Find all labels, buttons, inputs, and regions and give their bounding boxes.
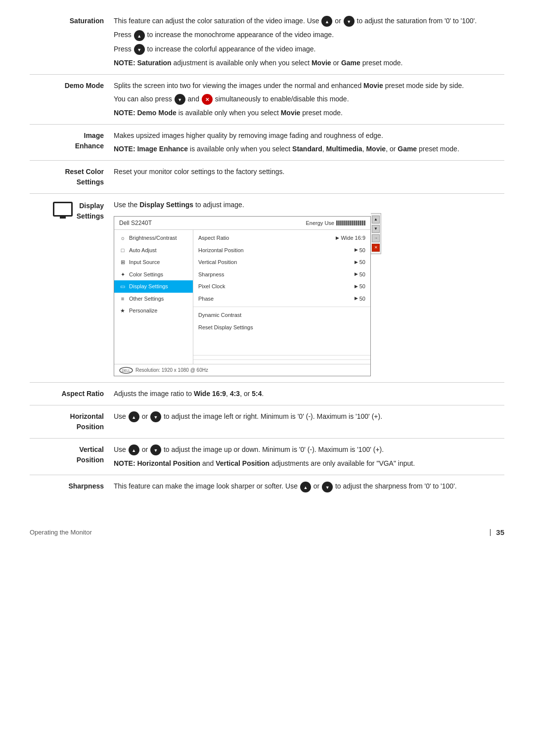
row-horizontal-position: HorizontalPosition Use or to adjust the … [30, 405, 504, 439]
row-sharpness: Sharpness This feature can make the imag… [30, 475, 504, 498]
osd-item-pixelclock: Pixel Clock 50 [193, 280, 370, 293]
content-display-settings: Use the Display Settings to adjust image… [109, 194, 504, 383]
down-icon-h [150, 411, 161, 422]
osd-menu-personalize[interactable]: ★ Personalize [114, 305, 193, 317]
color-icon: ✦ [119, 271, 126, 278]
down-icon-3 [175, 94, 185, 105]
osd-menu-color[interactable]: ✦ Color Settings [114, 268, 193, 281]
osd-menu-input[interactable]: ⊞ Input Source [114, 256, 193, 268]
label-vertical-position: VerticalPosition [30, 439, 109, 475]
row-reset-color: Reset ColorSettings Reset your monitor c… [30, 161, 504, 194]
osd-separator-3 [193, 359, 370, 360]
x-icon-1 [202, 94, 213, 105]
osd-item-dynamic: Dynamic Contrast [193, 309, 370, 321]
label-demo-mode: Demo Mode [30, 74, 109, 124]
osd-title: Dell S2240T [119, 219, 152, 227]
scroll-up-btn[interactable]: ▲ [372, 216, 380, 223]
page-footer: Operating the Monitor | 35 [0, 518, 534, 541]
osd-menu-brightness[interactable]: ☼ Brightness/Contrast [114, 232, 193, 244]
row-aspect-ratio: Aspect Ratio Adjusts the image ratio to … [30, 383, 504, 405]
osd-item-phase: Phase 50 [193, 293, 370, 305]
osd-menu-other[interactable]: ≡ Other Settings [114, 293, 193, 305]
page-container: Saturation This feature can adjust the c… [0, 0, 534, 518]
osd-menu-auto[interactable]: □ Auto Adjust [114, 244, 193, 257]
content-sharpness: This feature can make the image look sha… [109, 475, 504, 498]
up-icon-1 [321, 16, 332, 27]
down-icon-s [322, 482, 333, 492]
star-icon: ★ [119, 307, 126, 314]
osd-energy: Energy Use [306, 219, 365, 227]
input-icon: ⊞ [119, 259, 126, 266]
up-icon-2 [134, 30, 145, 41]
content-aspect-ratio: Adjusts the image ratio to Wide 16:9, 4:… [109, 383, 504, 405]
osd-item-aspect: Aspect Ratio Wide 16:9 [193, 232, 370, 244]
dell-logo-icon: DELL [119, 367, 133, 374]
osd-separator-2 [193, 355, 370, 356]
osd-right: Aspect Ratio Wide 16:9 Horizontal Positi… [193, 230, 370, 364]
scroll-close-btn[interactable]: ✕ [372, 244, 380, 252]
label-image-enhance: ImageEnhance [30, 125, 109, 161]
row-image-enhance: ImageEnhance Makes upsized images higher… [30, 125, 504, 161]
osd-menu-display[interactable]: ▭ Display Settings [114, 280, 193, 293]
footer-separator: | [490, 528, 491, 536]
osd-wrapper: Dell S2240T Energy Use [114, 213, 499, 376]
osd-menu: ☼ Brightness/Contrast □ Auto Adjust ⊞ [114, 230, 193, 364]
main-table: Saturation This feature can adjust the c… [30, 10, 504, 498]
other-icon: ≡ [119, 295, 126, 302]
osd-item-reset: Reset Display Settings [193, 321, 370, 334]
content-saturation: This feature can adjust the color satura… [109, 10, 504, 74]
scroll-down-btn[interactable]: ▼ [372, 225, 380, 233]
page-number: 35 [496, 528, 504, 536]
scroll-right-btn[interactable]: → [372, 234, 380, 242]
osd-scrollbar[interactable]: ▲ ▼ → ✕ [371, 213, 381, 254]
osd-footer: DELL Resolution: 1920 x 1080 @ 60Hz [114, 364, 370, 376]
down-icon-v [150, 445, 161, 455]
up-icon-s [300, 482, 311, 492]
content-image-enhance: Makes upsized images higher quality by r… [109, 125, 504, 161]
monitor-icon [53, 202, 73, 217]
display-icon: ▭ [119, 283, 126, 290]
label-sharpness: Sharpness [30, 475, 109, 498]
label-reset-color: Reset ColorSettings [30, 161, 109, 194]
row-vertical-position: VerticalPosition Use or to adjust the im… [30, 439, 504, 475]
up-icon-v [129, 445, 139, 455]
brightness-icon: ☼ [119, 234, 126, 241]
row-saturation: Saturation This feature can adjust the c… [30, 10, 504, 74]
content-demo-mode: Splits the screen into two for viewing t… [109, 74, 504, 124]
osd-item-sharpness: Sharpness 50 [193, 268, 370, 281]
up-icon-h [129, 411, 139, 422]
energy-bar [336, 221, 365, 225]
osd-item-hpos: Horizontal Position 50 [193, 244, 370, 257]
svg-text:DELL: DELL [122, 369, 131, 372]
osd-container: Dell S2240T Energy Use [114, 216, 371, 376]
content-vertical-position: Use or to adjust the image up or down. M… [109, 439, 504, 475]
osd-header: Dell S2240T Energy Use [114, 217, 370, 230]
row-display-settings: DisplaySettings Use the Display Settings… [30, 194, 504, 383]
osd-body: ☼ Brightness/Contrast □ Auto Adjust ⊞ [114, 230, 370, 364]
osd-separator-1 [193, 307, 370, 307]
content-reset-color: Reset your monitor color settings to the… [109, 161, 504, 194]
label-aspect-ratio: Aspect Ratio [30, 383, 109, 405]
auto-icon: □ [119, 247, 126, 254]
down-icon-2 [134, 44, 145, 55]
label-saturation: Saturation [30, 10, 109, 74]
footer-text: Operating the Monitor [30, 529, 92, 536]
osd-item-vpos: Vertical Position 50 [193, 256, 370, 268]
content-horizontal-position: Use or to adjust the image left or right… [109, 405, 504, 439]
label-display-settings: DisplaySettings [77, 202, 104, 220]
row-demo-mode: Demo Mode Splits the screen into two for… [30, 74, 504, 124]
label-horizontal-position: HorizontalPosition [30, 405, 109, 439]
down-icon-1 [344, 16, 355, 27]
